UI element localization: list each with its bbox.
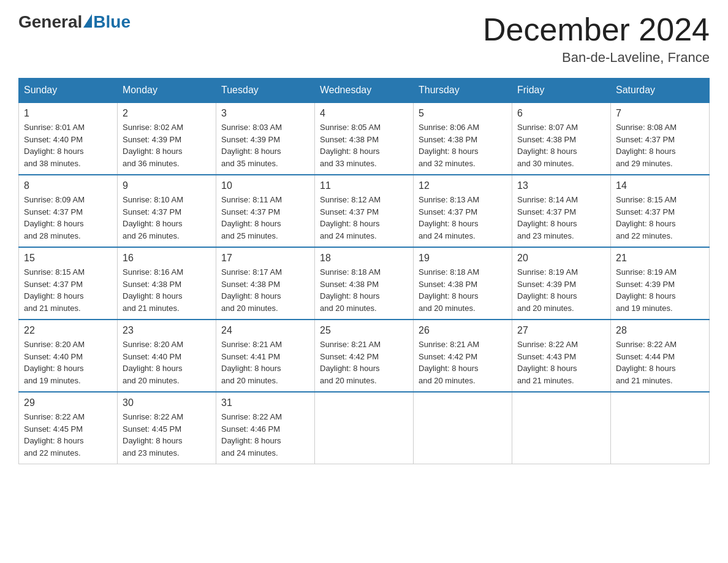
day-number: 10 — [221, 180, 309, 191]
day-number: 12 — [419, 180, 507, 191]
calendar-cell: 18Sunrise: 8:18 AMSunset: 4:38 PMDayligh… — [315, 247, 414, 320]
day-info: Sunrise: 8:22 AMSunset: 4:46 PMDaylight:… — [221, 411, 309, 459]
day-info: Sunrise: 8:03 AMSunset: 4:39 PMDaylight:… — [221, 121, 309, 169]
day-number: 14 — [616, 180, 704, 191]
day-info: Sunrise: 8:21 AMSunset: 4:41 PMDaylight:… — [221, 339, 309, 386]
calendar-cell: 14Sunrise: 8:15 AMSunset: 4:37 PMDayligh… — [611, 175, 710, 247]
day-info: Sunrise: 8:14 AMSunset: 4:37 PMDaylight:… — [517, 194, 605, 242]
calendar-cell: 26Sunrise: 8:21 AMSunset: 4:42 PMDayligh… — [414, 320, 512, 392]
day-number: 25 — [320, 325, 408, 336]
calendar-week-3: 15Sunrise: 8:15 AMSunset: 4:37 PMDayligh… — [19, 247, 710, 320]
calendar-cell: 24Sunrise: 8:21 AMSunset: 4:41 PMDayligh… — [216, 320, 315, 392]
day-info: Sunrise: 8:05 AMSunset: 4:38 PMDaylight:… — [320, 121, 408, 169]
calendar-cell — [414, 392, 512, 464]
col-tuesday: Tuesday — [216, 79, 315, 103]
day-info: Sunrise: 8:20 AMSunset: 4:40 PMDaylight:… — [123, 339, 211, 386]
day-info: Sunrise: 8:21 AMSunset: 4:42 PMDaylight:… — [320, 339, 408, 386]
calendar-body: 1Sunrise: 8:01 AMSunset: 4:40 PMDaylight… — [19, 102, 710, 464]
day-info: Sunrise: 8:11 AMSunset: 4:37 PMDaylight:… — [221, 194, 309, 242]
day-number: 23 — [123, 325, 211, 336]
day-number: 3 — [221, 108, 309, 119]
logo-blue-container: Blue — [82, 12, 131, 32]
day-number: 11 — [320, 180, 408, 191]
logo-general-text: General — [18, 12, 82, 32]
calendar-week-1: 1Sunrise: 8:01 AMSunset: 4:40 PMDaylight… — [19, 102, 710, 175]
calendar-cell: 29Sunrise: 8:22 AMSunset: 4:45 PMDayligh… — [19, 392, 118, 464]
calendar-cell — [611, 392, 710, 464]
day-number: 4 — [320, 108, 408, 119]
day-number: 29 — [24, 397, 112, 408]
day-number: 21 — [616, 253, 704, 264]
day-info: Sunrise: 8:01 AMSunset: 4:40 PMDaylight:… — [24, 121, 112, 169]
calendar-cell: 19Sunrise: 8:18 AMSunset: 4:38 PMDayligh… — [414, 247, 512, 320]
day-info: Sunrise: 8:15 AMSunset: 4:37 PMDaylight:… — [24, 266, 112, 314]
day-info: Sunrise: 8:19 AMSunset: 4:39 PMDaylight:… — [616, 266, 704, 314]
day-number: 28 — [616, 325, 704, 336]
col-sunday: Sunday — [19, 79, 118, 103]
logo-arrow-icon — [83, 14, 92, 28]
day-number: 13 — [517, 180, 605, 191]
col-thursday: Thursday — [414, 79, 512, 103]
page-header: General Blue December 2024 Ban-de-Laveli… — [18, 12, 710, 66]
day-number: 26 — [419, 325, 507, 336]
title-area: December 2024 Ban-de-Laveline, France — [483, 12, 710, 66]
day-number: 24 — [221, 325, 309, 336]
calendar-cell: 16Sunrise: 8:16 AMSunset: 4:38 PMDayligh… — [118, 247, 216, 320]
day-info: Sunrise: 8:07 AMSunset: 4:38 PMDaylight:… — [517, 121, 605, 169]
calendar-title: December 2024 — [483, 12, 710, 47]
calendar-cell: 1Sunrise: 8:01 AMSunset: 4:40 PMDaylight… — [19, 102, 118, 175]
day-number: 20 — [517, 253, 605, 264]
calendar-cell: 5Sunrise: 8:06 AMSunset: 4:38 PMDaylight… — [414, 102, 512, 175]
day-info: Sunrise: 8:12 AMSunset: 4:37 PMDaylight:… — [320, 194, 408, 242]
day-number: 22 — [24, 325, 112, 336]
day-info: Sunrise: 8:19 AMSunset: 4:39 PMDaylight:… — [517, 266, 605, 314]
day-number: 27 — [517, 325, 605, 336]
calendar-cell: 17Sunrise: 8:17 AMSunset: 4:38 PMDayligh… — [216, 247, 315, 320]
calendar-week-5: 29Sunrise: 8:22 AMSunset: 4:45 PMDayligh… — [19, 392, 710, 464]
day-info: Sunrise: 8:17 AMSunset: 4:38 PMDaylight:… — [221, 266, 309, 314]
day-number: 18 — [320, 253, 408, 264]
calendar-cell: 20Sunrise: 8:19 AMSunset: 4:39 PMDayligh… — [512, 247, 611, 320]
calendar-cell: 25Sunrise: 8:21 AMSunset: 4:42 PMDayligh… — [315, 320, 414, 392]
day-info: Sunrise: 8:15 AMSunset: 4:37 PMDaylight:… — [616, 194, 704, 242]
calendar-subtitle: Ban-de-Laveline, France — [483, 50, 710, 66]
day-number: 30 — [123, 397, 211, 408]
calendar-cell — [512, 392, 611, 464]
col-monday: Monday — [118, 79, 216, 103]
day-info: Sunrise: 8:22 AMSunset: 4:44 PMDaylight:… — [616, 339, 704, 386]
day-number: 9 — [123, 180, 211, 191]
day-number: 1 — [24, 108, 112, 119]
day-number: 6 — [517, 108, 605, 119]
day-info: Sunrise: 8:22 AMSunset: 4:45 PMDaylight:… — [24, 411, 112, 459]
calendar-cell: 11Sunrise: 8:12 AMSunset: 4:37 PMDayligh… — [315, 175, 414, 247]
day-number: 31 — [221, 397, 309, 408]
day-info: Sunrise: 8:22 AMSunset: 4:45 PMDaylight:… — [123, 411, 211, 459]
day-info: Sunrise: 8:06 AMSunset: 4:38 PMDaylight:… — [419, 121, 507, 169]
day-info: Sunrise: 8:22 AMSunset: 4:43 PMDaylight:… — [517, 339, 605, 386]
col-friday: Friday — [512, 79, 611, 103]
calendar-cell: 2Sunrise: 8:02 AMSunset: 4:39 PMDaylight… — [118, 102, 216, 175]
calendar-week-4: 22Sunrise: 8:20 AMSunset: 4:40 PMDayligh… — [19, 320, 710, 392]
day-info: Sunrise: 8:02 AMSunset: 4:39 PMDaylight:… — [123, 121, 211, 169]
day-info: Sunrise: 8:16 AMSunset: 4:38 PMDaylight:… — [123, 266, 211, 314]
day-info: Sunrise: 8:21 AMSunset: 4:42 PMDaylight:… — [419, 339, 507, 386]
calendar-cell: 4Sunrise: 8:05 AMSunset: 4:38 PMDaylight… — [315, 102, 414, 175]
calendar-cell: 21Sunrise: 8:19 AMSunset: 4:39 PMDayligh… — [611, 247, 710, 320]
calendar-cell: 6Sunrise: 8:07 AMSunset: 4:38 PMDaylight… — [512, 102, 611, 175]
day-number: 5 — [419, 108, 507, 119]
calendar-cell: 23Sunrise: 8:20 AMSunset: 4:40 PMDayligh… — [118, 320, 216, 392]
calendar-header: Sunday Monday Tuesday Wednesday Thursday… — [19, 79, 710, 103]
calendar-cell: 8Sunrise: 8:09 AMSunset: 4:37 PMDaylight… — [19, 175, 118, 247]
calendar-cell: 15Sunrise: 8:15 AMSunset: 4:37 PMDayligh… — [19, 247, 118, 320]
calendar-cell: 9Sunrise: 8:10 AMSunset: 4:37 PMDaylight… — [118, 175, 216, 247]
calendar-week-2: 8Sunrise: 8:09 AMSunset: 4:37 PMDaylight… — [19, 175, 710, 247]
day-number: 8 — [24, 180, 112, 191]
calendar-cell: 7Sunrise: 8:08 AMSunset: 4:37 PMDaylight… — [611, 102, 710, 175]
logo-blue-text: Blue — [93, 12, 131, 32]
logo-text: General Blue — [18, 12, 131, 32]
day-info: Sunrise: 8:09 AMSunset: 4:37 PMDaylight:… — [24, 194, 112, 242]
day-number: 17 — [221, 253, 309, 264]
day-info: Sunrise: 8:13 AMSunset: 4:37 PMDaylight:… — [419, 194, 507, 242]
day-number: 19 — [419, 253, 507, 264]
day-number: 7 — [616, 108, 704, 119]
